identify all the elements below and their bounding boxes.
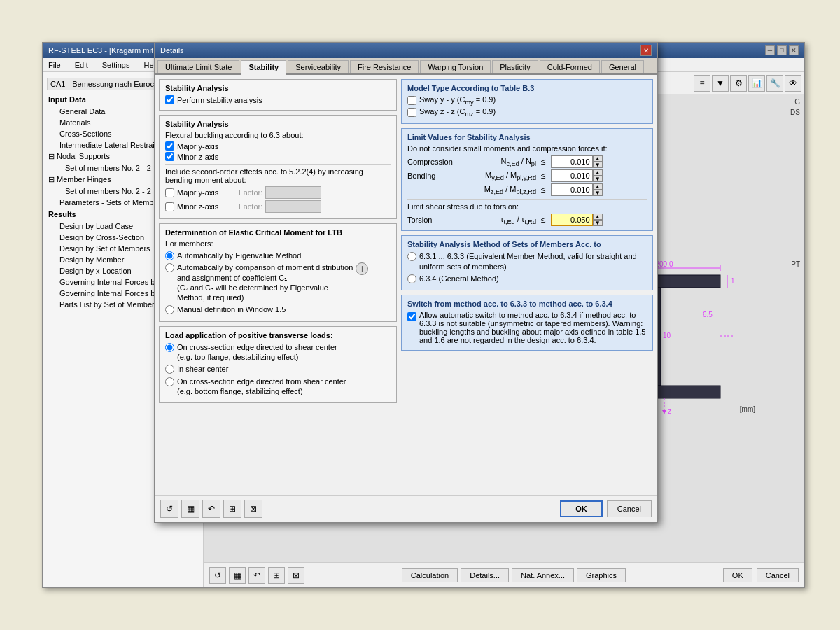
toolbar-btn-1[interactable]: ≡	[694, 75, 710, 92]
load-radio-1[interactable]	[165, 343, 174, 352]
dialog-ok-btn[interactable]: OK	[560, 500, 603, 517]
titlebar-controls: ─ □ ✕	[765, 46, 799, 55]
dialog-close-btn[interactable]: ✕	[640, 45, 652, 56]
compression-label: Compression	[407, 158, 456, 166]
dialog-titlebar: Details ✕	[155, 43, 657, 58]
torsion-value-input[interactable]	[551, 214, 593, 226]
section-limit-values: Limit Values for Stability Analysis Do n…	[401, 128, 653, 231]
bottom-tool-2[interactable]: ▦	[229, 567, 246, 584]
compression-spin-down[interactable]: ▼	[593, 162, 603, 168]
svg-text:z: z	[668, 407, 671, 415]
bending-formula-2: Mz,Ed / Mpl,z,Rd	[459, 185, 536, 195]
dialog-tool-3[interactable]: ↶	[202, 500, 220, 518]
method-option-2-row: 6.3.4 (General Method)	[407, 274, 647, 284]
compression-input-group: ▲ ▼	[551, 155, 603, 168]
bottom-tool-1[interactable]: ↺	[209, 567, 226, 584]
elastic-radio-3[interactable]	[165, 305, 174, 314]
nat-annex-btn[interactable]: Nat. Annex...	[512, 568, 574, 582]
switch-method-checkbox[interactable]	[407, 312, 416, 321]
tab-fire[interactable]: Fire Resistance	[350, 60, 419, 74]
factor-input-2[interactable]	[265, 200, 321, 213]
maximize-btn[interactable]: □	[777, 46, 787, 55]
tab-cold-formed[interactable]: Cold-Formed	[540, 60, 600, 74]
major-y-checkbox[interactable]	[165, 141, 174, 150]
bottom-tool-4[interactable]: ⊞	[268, 567, 285, 584]
sway-y-checkbox[interactable]	[407, 96, 416, 105]
dialog-bottom: ↺ ▦ ↶ ⊞ ⊠ OK Cancel	[155, 495, 657, 522]
minor-z-row: Minor z-axis	[165, 152, 391, 161]
tab-ultimate[interactable]: Ultimate Limit State	[158, 60, 239, 74]
bending-value-input-1[interactable]	[551, 169, 593, 182]
bottom-tool-5[interactable]: ⊠	[288, 567, 304, 584]
bending-spin-down-1[interactable]: ▼	[593, 176, 603, 182]
panel-left: Stability Analysis Perform stability ana…	[159, 79, 397, 491]
sway-z-checkbox[interactable]	[407, 108, 416, 117]
elastic-option-3-row: Manual definition in Window 1.5	[165, 304, 391, 314]
close-btn[interactable]: ✕	[789, 46, 799, 55]
load-option-3-label: On cross-section edge directed from shea…	[177, 377, 346, 397]
major-y2-checkbox[interactable]	[165, 188, 174, 197]
menu-settings[interactable]: Settings	[99, 59, 133, 71]
minor-z-checkbox[interactable]	[165, 152, 174, 161]
details-btn[interactable]: Details...	[461, 568, 509, 582]
method-radio-2[interactable]	[407, 274, 416, 284]
toolbar-btn-5[interactable]: 🔧	[766, 75, 783, 92]
bending-leq-1: ≤	[541, 171, 546, 181]
dialog-action-btns: OK Cancel	[560, 500, 652, 517]
factor-label-1: Factor:	[239, 188, 262, 197]
major-y2-row: Major y-axis Factor:	[165, 186, 391, 199]
load-option-2-row: In shear center	[165, 364, 391, 374]
tab-serviceability[interactable]: Serviceability	[288, 60, 349, 74]
dialog-tool-5[interactable]: ⊠	[244, 500, 262, 518]
stability-main-title: Stability Analysis	[165, 120, 391, 128]
info-icon[interactable]: i	[356, 262, 368, 275]
minor-z2-checkbox[interactable]	[165, 202, 174, 211]
bending-spin-down-2[interactable]: ▼	[593, 190, 603, 196]
minor-z-label: Minor z-axis	[177, 153, 218, 161]
elastic-radio-1[interactable]	[165, 251, 174, 260]
perform-analysis-row: Perform stability analysis	[165, 95, 391, 104]
graphics-btn[interactable]: Graphics	[577, 568, 626, 582]
dialog-cancel-btn[interactable]: Cancel	[607, 500, 652, 517]
method-radio-1[interactable]	[407, 252, 416, 261]
torsion-spin-down[interactable]: ▼	[593, 220, 603, 226]
elastic-option-1-label: Automatically by Eigenvalue Method	[177, 251, 301, 260]
dialog-tool-4[interactable]: ⊞	[223, 500, 241, 518]
calculation-btn[interactable]: Calculation	[402, 568, 458, 582]
load-option-1-row: On cross-section edge directed to shear …	[165, 342, 391, 363]
perform-analysis-checkbox[interactable]	[165, 95, 174, 104]
stability-top-title: Stability Analysis	[165, 84, 391, 92]
dialog-tool-1[interactable]: ↺	[160, 500, 178, 518]
svg-text:10: 10	[663, 332, 671, 340]
menu-edit[interactable]: Edit	[72, 59, 91, 71]
dialog-tool-2[interactable]: ▦	[181, 500, 200, 518]
load-radio-3[interactable]	[165, 377, 174, 386]
minimize-btn[interactable]: ─	[765, 46, 775, 55]
app-ok-btn[interactable]: OK	[723, 568, 752, 582]
bottom-tool-3[interactable]: ↶	[248, 567, 265, 584]
dialog-title: Details	[160, 46, 184, 55]
torsion-header-label: Limit shear stress due to torsion:	[407, 202, 647, 211]
method-option-1-row: 6.3.1 ... 6.3.3 (Equivalent Member Metho…	[407, 251, 647, 272]
section-stability-main: Stability Analysis Flexural buckling acc…	[159, 115, 397, 219]
sway-y-label: Sway y - y (Cmy = 0.9)	[419, 95, 496, 106]
tab-stability[interactable]: Stability	[241, 60, 286, 75]
tab-warping[interactable]: Warping Torsion	[420, 60, 491, 74]
bending-value-input-2[interactable]	[551, 183, 593, 196]
compression-value-input[interactable]	[551, 155, 593, 168]
menu-file[interactable]: File	[46, 59, 64, 71]
section-load-application: Load application of positive transverse …	[159, 326, 397, 403]
bending-input-group-2: ▲ ▼	[551, 183, 603, 196]
load-application-title: Load application of positive transverse …	[165, 331, 391, 340]
app-cancel-btn[interactable]: Cancel	[757, 568, 799, 582]
factor-input-1[interactable]	[265, 186, 321, 199]
toolbar-btn-4[interactable]: 📊	[748, 75, 765, 92]
elastic-option-2-label: Automatically by comparison of moment di…	[177, 262, 353, 302]
load-radio-2[interactable]	[165, 365, 174, 374]
tab-plasticity[interactable]: Plasticity	[492, 60, 538, 74]
toolbar-btn-3[interactable]: ⚙	[730, 75, 747, 92]
toolbar-btn-eye[interactable]: 👁	[785, 75, 802, 92]
elastic-radio-2[interactable]	[165, 263, 174, 272]
tab-general[interactable]: General	[601, 60, 644, 74]
toolbar-btn-2[interactable]: ▼	[712, 75, 729, 92]
